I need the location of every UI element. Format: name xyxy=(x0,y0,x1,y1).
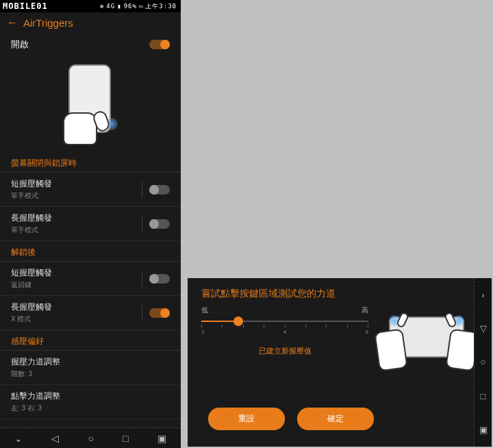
toggle[interactable] xyxy=(149,274,170,284)
low-label: 低 xyxy=(201,306,208,315)
page-title: AirTriggers xyxy=(23,17,73,29)
short-squeeze-row-2[interactable]: 短握壓觸發 返回鍵 xyxy=(0,262,181,296)
nav-recent-icon[interactable]: □ xyxy=(481,391,486,401)
ok-button[interactable]: 確定 xyxy=(297,408,374,430)
section-pressure: 感壓偏好 xyxy=(0,330,181,351)
back-icon[interactable]: ← xyxy=(7,16,18,29)
nav-recent-icon[interactable]: □ xyxy=(123,433,128,444)
nav-extra-icon[interactable]: ▣ xyxy=(479,425,488,435)
battery-icon: ▭ xyxy=(139,3,143,10)
signal-icon: ▮ xyxy=(117,3,121,10)
enable-toggle[interactable] xyxy=(149,40,170,49)
enable-label: 開啟 xyxy=(11,38,29,51)
toggle[interactable] xyxy=(149,308,170,318)
network-icon: ⊕ xyxy=(100,3,104,10)
long-squeeze-row-2[interactable]: 長握壓觸發 X 模式 xyxy=(0,296,181,330)
nav-back-icon[interactable]: ▽ xyxy=(480,323,487,334)
nav-home-icon[interactable]: ○ xyxy=(481,357,486,367)
navigation-bar: ⌄ ◁ ○ □ ▣ xyxy=(0,427,181,448)
nav-menu-icon[interactable]: › xyxy=(481,290,484,300)
nav-menu-icon[interactable]: ⌄ xyxy=(14,433,23,444)
phone-illustration xyxy=(0,56,181,152)
tap-force-row[interactable]: 點擊力道調整 左: 3 右: 3 xyxy=(0,385,181,419)
nav-extra-icon[interactable]: ▣ xyxy=(157,433,166,444)
toggle[interactable] xyxy=(149,219,170,229)
reset-button[interactable]: 重設 xyxy=(208,408,285,430)
slider-knob[interactable] xyxy=(233,316,243,326)
settings-panel: MOBILE01 ⊕ 4G ▮ 96% ▭ 上午3:30 ← AirTrigge… xyxy=(0,0,181,448)
header: ← AirTriggers xyxy=(0,12,181,33)
status-icons: ⊕ 4G ▮ 96% ▭ 上午3:30 xyxy=(100,2,177,11)
section-after-unlock: 解鎖後 xyxy=(0,241,181,262)
nav-back-icon[interactable]: ◁ xyxy=(51,433,59,444)
slider-area: 低 高 1 4 9 已建立新握壓值 xyxy=(201,306,368,374)
status-bar: MOBILE01 ⊕ 4G ▮ 96% ▭ 上午3:30 xyxy=(0,0,181,12)
main-toggle-row: 開啟 xyxy=(0,33,181,56)
logo: MOBILE01 xyxy=(3,1,48,11)
force-slider[interactable] xyxy=(201,321,368,322)
dialog-nav: › ▽ ○ □ ▣ xyxy=(474,278,492,447)
dialog-title: 嘗試點擊按鍵區域測試您的力道 xyxy=(188,278,492,306)
squeeze-force-row[interactable]: 握壓力道調整 階數: 3 xyxy=(0,351,181,385)
short-squeeze-row[interactable]: 短握壓觸發 單手模式 xyxy=(0,173,181,207)
nav-home-icon[interactable]: ○ xyxy=(88,433,94,444)
toggle[interactable] xyxy=(149,185,170,195)
section-screen-off: 螢幕關閉與鎖屏時 xyxy=(0,152,181,173)
high-label: 高 xyxy=(362,306,368,315)
long-squeeze-row[interactable]: 長握壓觸發 單手模式 xyxy=(0,207,181,241)
force-dialog: 嘗試點擊按鍵區域測試您的力道 低 高 1 4 9 已建立新握壓值 xyxy=(188,278,492,447)
hands-illustration xyxy=(375,306,478,374)
confirm-message: 已建立新握壓值 xyxy=(201,346,368,356)
